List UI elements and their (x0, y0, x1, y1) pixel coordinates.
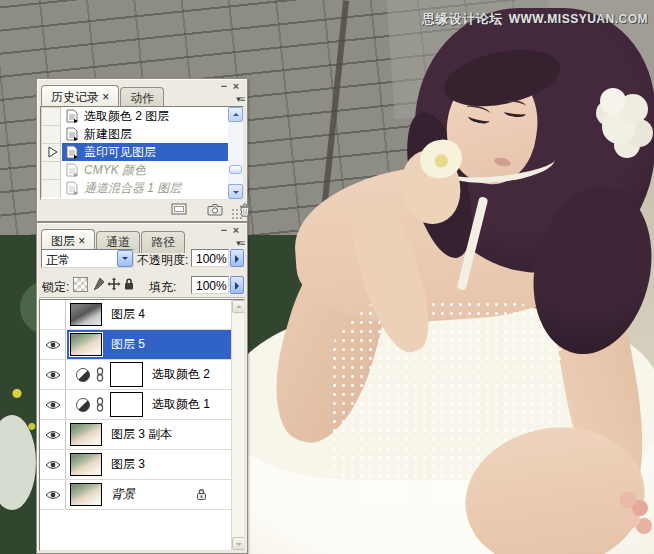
visibility-toggle[interactable] (40, 330, 66, 359)
layer-name: 图层 5 (111, 336, 145, 353)
scroll-up-icon[interactable] (232, 300, 245, 313)
scroll-down-icon[interactable] (232, 537, 245, 550)
layer-row[interactable]: 图层 4 (40, 300, 231, 330)
panel-resize-grip[interactable] (231, 208, 243, 220)
link-mask-icon[interactable] (96, 397, 104, 412)
blend-mode-value: 正常 (46, 252, 70, 269)
photoshop-workspace: 思缘设计论坛WWW.MISSYUAN.COM −× 历史记录 ×动作 ▾≡ 选取… (0, 0, 654, 554)
visibility-toggle[interactable] (40, 390, 66, 419)
lock-position-move-icon[interactable] (107, 277, 122, 292)
layer-thumbnail[interactable] (70, 333, 102, 356)
scrollbar-thumb[interactable] (229, 165, 242, 174)
history-state-icon (62, 127, 80, 141)
layer-row[interactable]: 选取颜色 1 (40, 390, 231, 420)
layers-panel-tabs: 图层 ×通道路径 (41, 229, 186, 249)
history-list: 选取颜色 2 图层 新建图层 盖印可见图层 CMYK 颜色 (40, 106, 244, 200)
history-source-checkbox[interactable] (41, 161, 61, 179)
layer-row[interactable]: 图层 3 (40, 450, 231, 480)
close-icon[interactable]: × (230, 80, 242, 92)
layer-name: 选取颜色 2 (152, 366, 210, 383)
new-document-from-state-button[interactable] (170, 203, 188, 218)
new-snapshot-button[interactable] (206, 203, 224, 218)
chevron-down-icon[interactable] (117, 250, 133, 267)
history-item-undone[interactable]: CMYK 颜色 (41, 161, 228, 179)
layers-scrollbar[interactable] (231, 300, 244, 550)
visibility-toggle[interactable] (40, 480, 66, 509)
layer-name: 图层 4 (111, 306, 145, 323)
panel-menu-icon[interactable]: ▾≡ (236, 238, 244, 248)
history-item-label: 新建图层 (80, 126, 132, 143)
layer-thumbnail[interactable] (70, 303, 102, 326)
history-current-pointer-icon (48, 146, 58, 158)
visibility-toggle[interactable] (40, 300, 66, 329)
photo-bracelet (620, 492, 636, 508)
tab-paths[interactable]: 路径 (141, 231, 185, 253)
history-state-icon (62, 181, 80, 195)
scroll-up-icon[interactable] (228, 107, 243, 122)
history-state-icon (62, 163, 80, 177)
minimize-icon[interactable]: − (218, 80, 230, 92)
watermark: 思缘设计论坛WWW.MISSYUAN.COM (422, 10, 648, 28)
opacity-label: 不透明度: (137, 252, 188, 269)
layer-name: 图层 3 副本 (111, 426, 172, 443)
visibility-toggle[interactable] (40, 450, 66, 479)
layer-name: 选取颜色 1 (152, 396, 210, 413)
history-scrollbar[interactable] (228, 107, 243, 199)
adjustment-layer-icon[interactable] (75, 397, 91, 413)
minimize-icon[interactable]: − (218, 224, 230, 236)
layers-list: 图层 4 图层 5 选取颜色 2 (39, 299, 245, 551)
history-item-label: CMYK 颜色 (80, 162, 146, 179)
history-item[interactable]: 新建图层 (41, 125, 228, 143)
history-state-icon (62, 145, 80, 159)
history-source-checkbox[interactable] (41, 107, 61, 125)
history-item-label: 选取颜色 2 图层 (80, 108, 169, 125)
lock-transparency-icon[interactable] (73, 277, 88, 292)
history-item-label: 盖印可见图层 (80, 144, 156, 161)
layer-mask-thumbnail[interactable] (110, 392, 143, 417)
photo-hair-flower (600, 88, 626, 114)
link-mask-icon[interactable] (96, 367, 104, 382)
visibility-toggle[interactable] (40, 420, 66, 449)
lock-all-icon[interactable] (123, 277, 138, 292)
opacity-field[interactable]: 100% (191, 249, 229, 267)
layer-row[interactable]: 图层 3 副本 (40, 420, 231, 450)
history-source-checkbox[interactable] (41, 179, 61, 197)
fill-arrow-icon[interactable] (230, 276, 244, 294)
blend-mode-select[interactable]: 正常 (41, 249, 134, 268)
layers-panel: −× 图层 ×通道路径 ▾≡ 正常 不透明度: 100% 锁定: 填充: 100… (36, 222, 248, 554)
history-item-label: 通道混合器 1 图层 (80, 180, 181, 197)
layers-list-empty-area (40, 510, 231, 551)
layer-name: 背景 (111, 486, 135, 503)
panel-menu-icon[interactable]: ▾≡ (236, 94, 244, 104)
layer-mask-thumbnail[interactable] (110, 362, 143, 387)
adjustment-layer-icon[interactable] (75, 367, 91, 383)
layer-row[interactable]: 选取颜色 2 (40, 360, 231, 390)
lock-label: 锁定: (42, 279, 69, 296)
fill-label: 填充: (149, 279, 176, 296)
watermark-site-url: WWW.MISSYUAN.COM (509, 12, 648, 26)
close-icon[interactable]: × (230, 224, 242, 236)
layer-row-background[interactable]: 背景 (40, 480, 231, 510)
history-panel-tabs: 历史记录 ×动作 (41, 85, 165, 105)
history-panel: −× 历史记录 ×动作 ▾≡ 选取颜色 2 图层 新建图层 (36, 78, 248, 222)
layer-name: 图层 3 (111, 456, 145, 473)
scroll-down-icon[interactable] (228, 184, 243, 199)
watermark-site-name: 思缘设计论坛 (422, 11, 503, 26)
history-item-selected[interactable]: 盖印可见图层 (41, 143, 228, 161)
layer-thumbnail[interactable] (70, 423, 102, 446)
background-lock-icon (196, 488, 207, 501)
layer-thumbnail[interactable] (70, 453, 102, 476)
divider (39, 297, 245, 298)
visibility-toggle[interactable] (40, 360, 66, 389)
layer-row-selected[interactable]: 图层 5 (40, 330, 231, 360)
history-item-undone[interactable]: 通道混合器 1 图层 (41, 179, 228, 197)
layer-thumbnail[interactable] (70, 483, 102, 506)
history-state-icon (62, 109, 80, 123)
history-item[interactable]: 选取颜色 2 图层 (41, 107, 228, 125)
lock-image-brush-icon[interactable] (91, 277, 106, 292)
history-toolbar (40, 201, 244, 221)
history-source-checkbox[interactable] (41, 125, 61, 143)
opacity-arrow-icon[interactable] (230, 249, 244, 267)
fill-field[interactable]: 100% (191, 276, 229, 294)
